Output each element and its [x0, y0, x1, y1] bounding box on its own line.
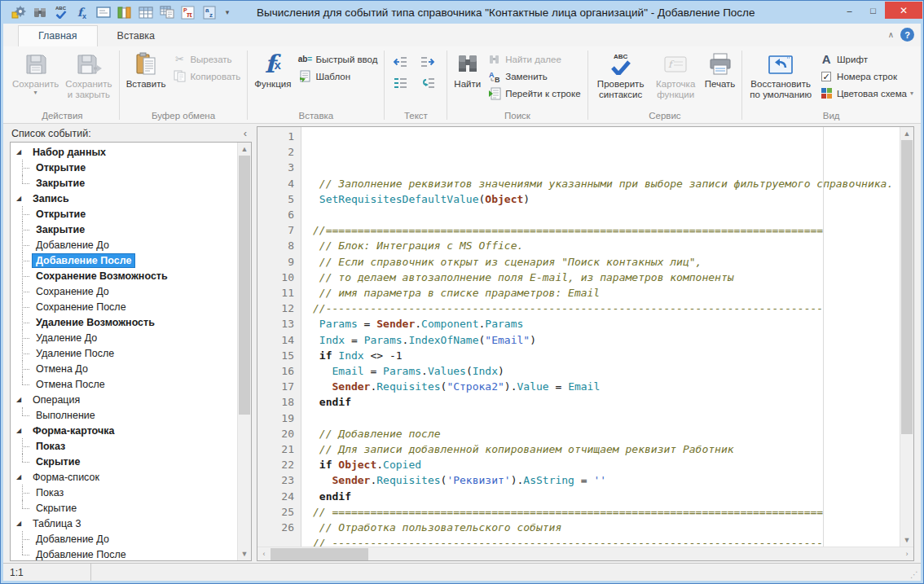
tree-item-row[interactable]: Добавление После	[11, 252, 237, 268]
reference-book-icon[interactable]	[117, 5, 132, 20]
find-button[interactable]: Найти	[451, 49, 484, 90]
code-line[interactable]: // Блок: Интеграция с MS Office.	[313, 238, 900, 253]
panel-collapse-icon[interactable]: ‹	[244, 127, 247, 139]
tree-item-row[interactable]: Открытие	[11, 160, 237, 175]
template-button[interactable]: Шаблон	[294, 68, 381, 85]
code-line[interactable]: // Заполнение реквизитов значениями указ…	[313, 176, 900, 191]
tree-item-row[interactable]: Показ	[11, 438, 237, 454]
editor-vertical-scrollbar[interactable]: ▲ ▼	[900, 127, 913, 547]
check-syntax-icon[interactable]: ABC	[53, 5, 68, 20]
editor-vscrollbar-thumb[interactable]	[901, 140, 913, 434]
code-line[interactable]: // Для записи добавленной копированием о…	[313, 441, 900, 457]
code-line[interactable]: endif	[313, 394, 900, 410]
increase-indent-icon[interactable]	[420, 55, 435, 68]
copy-button[interactable]: Копировать	[169, 68, 244, 85]
tree-item-row[interactable]: Удаление До	[11, 330, 237, 345]
code-line[interactable]: //======================================…	[313, 222, 900, 238]
tree-expanded-icon[interactable]: ◢	[16, 396, 29, 403]
code-line[interactable]: if Object.Copied	[313, 457, 900, 472]
tree-item-row[interactable]: Показ	[11, 485, 237, 500]
scroll-up-icon[interactable]: ▲	[900, 127, 913, 140]
tree-group-row[interactable]: ◢Набор данных	[11, 144, 237, 160]
note-icon[interactable]	[95, 5, 111, 20]
checkbox-checked-icon[interactable]: ✓	[819, 70, 834, 83]
code-line[interactable]: // то делаем автозаполнение поля E-mail,…	[313, 270, 900, 285]
tree-expanded-icon[interactable]: ◢	[16, 473, 29, 481]
tree-item-row[interactable]: Отмена До	[11, 361, 237, 376]
tree-item-row[interactable]: Добавление До	[11, 531, 237, 547]
tree-item-row[interactable]: Добавление До	[11, 237, 237, 252]
tab-vstavka[interactable]: Вставка	[98, 26, 174, 46]
tree-scrollbar-thumb[interactable]	[239, 156, 250, 415]
code-line[interactable]: Params = Sender.Component.Params	[313, 316, 900, 332]
tree-item-row[interactable]: Сохранение После	[11, 299, 237, 314]
save-and-close-button[interactable]: Сохранить и закрыть	[62, 49, 116, 101]
code-line[interactable]: SetRequisitesDefaultValue(Object)	[313, 191, 900, 207]
symbols-icon[interactable]: Pπ	[180, 5, 196, 20]
editor-hscrollbar-thumb[interactable]	[271, 548, 368, 560]
scroll-left-icon[interactable]: ‹	[257, 547, 271, 560]
restore-default-button[interactable]: Восстановить по умолчанию	[746, 49, 816, 101]
scroll-down-icon[interactable]: ▼	[238, 547, 251, 560]
tree-vertical-scrollbar[interactable]: ▲ ▼	[237, 143, 251, 560]
code-line[interactable]: // имя параметра в списке прараметров: E…	[313, 285, 900, 301]
quick-input-button[interactable]: ab= Быстрый ввод	[294, 50, 381, 68]
save-button[interactable]: Сохранить ▾	[9, 49, 62, 97]
font-button[interactable]: А Шрифт	[816, 50, 917, 68]
code-line[interactable]: if Indx <> -1	[313, 348, 900, 363]
table-icon[interactable]	[138, 5, 153, 20]
tree-item-row[interactable]: Сохранение Возможность	[11, 268, 237, 283]
tree-expanded-icon[interactable]: ◢	[16, 427, 29, 434]
quick-access-more-icon[interactable]: ▾	[222, 5, 232, 20]
tree-expanded-icon[interactable]: ◢	[16, 520, 29, 527]
code-line[interactable]	[313, 207, 900, 222]
decrease-indent-icon[interactable]	[393, 55, 407, 68]
tree-item-row[interactable]: Скрытие	[11, 500, 237, 516]
check-syntax-button[interactable]: ABC Проверить синтаксис	[592, 49, 650, 101]
color-scheme-dropdown-icon[interactable]: ▾	[910, 90, 913, 97]
code-line[interactable]: Sender.Requisites('Реквизит').AsString =…	[313, 472, 900, 488]
tree-group-row[interactable]: ◢Таблица 3	[11, 516, 237, 531]
minimize-button[interactable]: –	[838, 2, 861, 19]
tab-glavnaya[interactable]: Главная	[18, 25, 98, 46]
tree-item-row[interactable]: Закрытие	[11, 222, 237, 237]
tree-item-row[interactable]: Сохранение До	[11, 283, 237, 299]
tree-group-row[interactable]: ◢Запись	[11, 191, 237, 206]
function-icon[interactable]: fx	[74, 5, 90, 20]
function-button[interactable]: fx Функция	[251, 49, 294, 90]
tree-item-row[interactable]: Удаление Возможность	[11, 314, 237, 330]
code-line[interactable]: // Если справочник открыт из сценария "П…	[313, 254, 900, 270]
code-line[interactable]	[313, 411, 900, 426]
tree-item-row[interactable]: Добавление После	[11, 547, 237, 560]
tree-item-row[interactable]: Скрытие	[11, 454, 237, 469]
tree-group-row[interactable]: ◢Форма-карточка	[11, 423, 237, 438]
code-line[interactable]: Indx = Params.IndexOfName("Email")	[313, 332, 900, 348]
function-card-button[interactable]: f Карточка функции	[650, 49, 702, 101]
resize-grip[interactable]: ⋰	[910, 572, 918, 578]
code-line[interactable]: // -------------------------------------…	[313, 535, 900, 547]
print-button[interactable]: Печать	[702, 49, 739, 90]
tree-expanded-icon[interactable]: ◢	[16, 195, 29, 202]
comment-lines-icon[interactable]	[393, 77, 407, 90]
maximize-button[interactable]: □	[861, 2, 885, 19]
save-options-icon[interactable]	[11, 5, 26, 20]
code-line[interactable]: //--------------------------------------…	[313, 301, 900, 316]
sort-az-icon[interactable]: az	[201, 5, 217, 20]
code-line[interactable]: Email = Params.Values(Indx)	[313, 363, 900, 379]
scroll-right-icon[interactable]: ›	[900, 547, 913, 560]
line-numbers-toggle[interactable]: ✓ Номера строк	[816, 68, 917, 85]
replace-button[interactable]: AB Заменить	[484, 68, 583, 85]
tree-item-row[interactable]: Закрытие	[11, 175, 237, 191]
scroll-down-icon[interactable]: ▼	[900, 534, 913, 547]
code-line[interactable]: // =====================================…	[313, 504, 900, 520]
scroll-up-icon[interactable]: ▲	[238, 143, 251, 156]
tree-group-row[interactable]: ◢Операция	[11, 392, 237, 407]
goto-line-button[interactable]: Перейти к строке	[484, 85, 583, 102]
tree-item-row[interactable]: Выполнение	[11, 407, 237, 423]
find-icon[interactable]	[32, 5, 47, 20]
code-line[interactable]: // Отработка пользовательского события	[313, 520, 900, 535]
table-copy-icon[interactable]	[159, 5, 174, 20]
code-line[interactable]: Sender.Requisites("Строка2").Value = Ema…	[313, 379, 900, 394]
paste-button[interactable]: Вставить	[123, 49, 169, 90]
find-next-button[interactable]: Найти далее	[484, 50, 583, 68]
